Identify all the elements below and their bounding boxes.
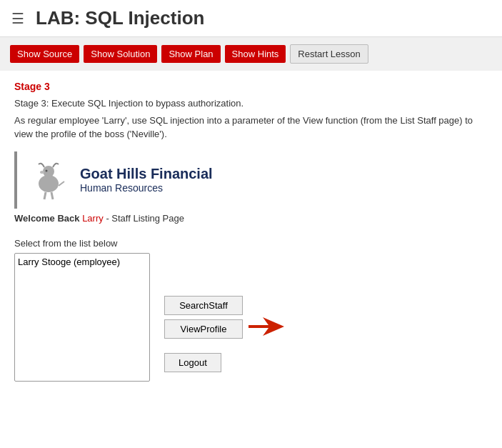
svg-line-3 — [51, 192, 53, 199]
select-label: Select from the list below — [14, 238, 488, 249]
company-name: Goat Hills Financial — [80, 166, 213, 182]
page-title: LAB: SQL Injection — [36, 7, 204, 29]
show-hints-button[interactable]: Show Hints — [225, 45, 286, 63]
view-profile-button[interactable]: ViewProfile — [164, 319, 243, 339]
staff-area: Larry Stooge (employee) SearchStaff View… — [14, 253, 488, 382]
show-plan-button[interactable]: Show Plan — [161, 45, 220, 63]
welcome-prefix: Welcome Back — [14, 213, 82, 224]
staff-option[interactable]: Larry Stooge (employee) — [18, 257, 146, 268]
view-profile-arrow-icon — [249, 316, 284, 337]
company-logo-icon — [27, 159, 70, 201]
stage-desc-line1: Stage 3: Execute SQL Injection to bypass… — [14, 96, 488, 111]
welcome-suffix: - Staff Listing Page — [104, 213, 184, 224]
welcome-line: Welcome Back Larry - Staff Listing Page — [14, 213, 488, 224]
company-logo — [27, 159, 70, 201]
svg-point-1 — [43, 166, 54, 177]
svg-point-6 — [40, 171, 44, 174]
svg-line-4 — [59, 181, 64, 186]
company-sub: Human Resources — [80, 182, 213, 194]
toolbar: Show Source Show Solution Show Plan Show… — [0, 37, 502, 71]
svg-marker-7 — [249, 317, 284, 336]
company-info: Goat Hills Financial Human Resources — [80, 166, 213, 194]
restart-lesson-button[interactable]: Restart Lesson — [290, 44, 368, 64]
svg-point-5 — [46, 169, 48, 171]
show-solution-button[interactable]: Show Solution — [84, 45, 157, 63]
logout-area: Logout — [164, 353, 284, 372]
action-buttons: SearchStaff ViewProfile — [164, 296, 243, 339]
svg-line-2 — [44, 192, 46, 199]
stage-title: Stage 3 — [14, 81, 488, 92]
show-source-button[interactable]: Show Source — [10, 45, 79, 63]
svg-point-0 — [39, 175, 59, 192]
main-content: Stage 3 Stage 3: Execute SQL Injection t… — [0, 71, 502, 392]
right-panel: SearchStaff ViewProfile Logout — [164, 253, 284, 372]
header: ☰ LAB: SQL Injection — [0, 0, 502, 37]
staff-select[interactable]: Larry Stooge (employee) — [14, 253, 150, 382]
company-card: Goat Hills Financial Human Resources — [14, 151, 488, 209]
user-name-link[interactable]: Larry — [82, 213, 104, 224]
stage-desc-line2: As regular employee 'Larry', use SQL inj… — [14, 114, 488, 141]
hamburger-icon[interactable]: ☰ — [11, 10, 24, 27]
search-staff-button[interactable]: SearchStaff — [164, 296, 243, 315]
logout-button[interactable]: Logout — [164, 353, 221, 372]
